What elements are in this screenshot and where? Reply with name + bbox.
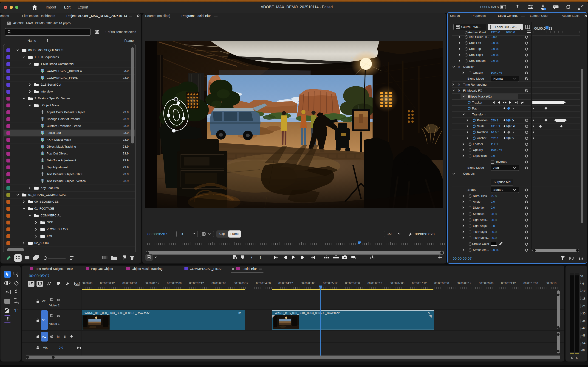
svg-text:CC: CC — [75, 282, 79, 285]
